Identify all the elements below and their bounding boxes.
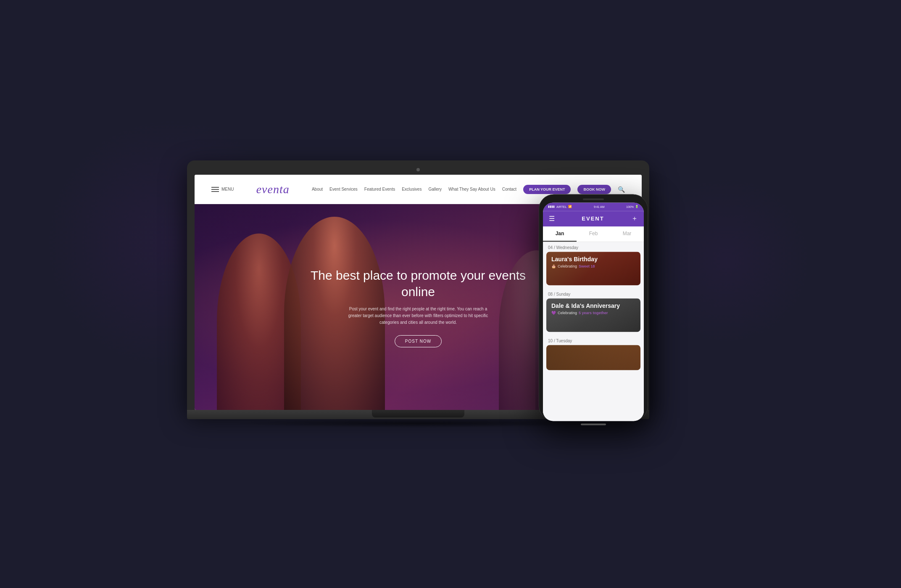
date-label-1: 04 / Wednesday [543, 242, 644, 252]
book-now-button[interactable]: BOOK NOW [577, 185, 611, 194]
search-icon[interactable]: 🔍 [618, 186, 625, 193]
post-now-button[interactable]: POST NOW [395, 335, 442, 347]
carrier-name: AIRTEL [556, 205, 566, 208]
event-sub-1: 🎂 Celebrating Sweet 18 [551, 264, 635, 268]
status-left: ▮▮▮▮ AIRTEL 📶 [548, 205, 572, 208]
phone-speaker [583, 198, 604, 200]
app-menu-icon[interactable]: ☰ [549, 215, 555, 223]
anniversary-icon: 💜 [551, 311, 556, 315]
phone-screen: ▮▮▮▮ AIRTEL 📶 9:41 AM 100% 🔋 ☰ EVENT ＋ J… [543, 202, 644, 421]
date-label-2: 08 / Sunday [543, 289, 644, 298]
event-title-2: Dale & Ida's Anniversary [551, 302, 635, 309]
nav-featured-events[interactable]: Featured Events [364, 187, 395, 192]
scene: MENU eventa About Event Services Feature… [0, 0, 901, 588]
menu-left: MENU [211, 187, 234, 192]
battery-level: 100% [626, 205, 634, 208]
carrier-signal-icon: ▮▮▮▮ [548, 205, 555, 208]
event-highlight-1: Sweet 18 [579, 264, 595, 268]
menu-label: MENU [221, 187, 234, 192]
bg-glow-right [643, 176, 811, 344]
hero-subtitle: Post your event and find the right peopl… [342, 306, 494, 326]
status-right: 100% 🔋 [626, 205, 639, 208]
event-sub-2: 💜 Celebrating 5 years together [551, 311, 635, 315]
plan-event-button[interactable]: PLAN YOUR EVENT [523, 185, 571, 194]
event-highlight-2: 5 years together [579, 311, 608, 315]
tab-feb[interactable]: Feb [577, 226, 610, 242]
event-title-1: Laura's Birthday [551, 256, 635, 262]
tab-mar[interactable]: Mar [610, 226, 644, 242]
hero-title: The best place to promote your events on… [309, 267, 527, 300]
nav-contact[interactable]: Contact [502, 187, 516, 192]
nav-what-they-say[interactable]: What They Say About Us [448, 187, 495, 192]
app-header: ☰ EVENT ＋ [543, 211, 644, 226]
event-card-3[interactable] [546, 345, 640, 370]
event-content-1: Laura's Birthday 🎂 Celebrating Sweet 18 [546, 252, 640, 273]
site-logo[interactable]: eventa [256, 183, 290, 196]
add-event-icon[interactable]: ＋ [631, 214, 638, 223]
event-subtitle-2: Celebrating [558, 311, 577, 315]
event-subtitle-1: Celebrating [558, 264, 577, 268]
battery-icon: 🔋 [635, 205, 639, 208]
tab-jan[interactable]: Jan [543, 226, 577, 242]
event-card-anniversary[interactable]: Dale & Ida's Anniversary 💜 Celebrating 5… [546, 298, 640, 332]
laptop-stand [372, 410, 464, 417]
event-content-2: Dale & Ida's Anniversary 💜 Celebrating 5… [546, 298, 640, 319]
laptop-camera [416, 168, 420, 171]
nav-about[interactable]: About [312, 187, 323, 192]
site-nav: About Event Services Featured Events Exc… [312, 185, 625, 194]
hamburger-icon[interactable] [211, 187, 219, 192]
date-label-3: 10 / Tuesday [543, 335, 644, 345]
wifi-icon: 📶 [568, 205, 572, 208]
birthday-icon: 🎂 [551, 264, 556, 268]
event-overlay-3 [546, 345, 640, 370]
home-indicator[interactable] [581, 423, 606, 425]
nav-event-services[interactable]: Event Services [329, 187, 358, 192]
hero-content: The best place to promote your events on… [309, 267, 527, 347]
event-card-birthday[interactable]: Laura's Birthday 🎂 Celebrating Sweet 18 [546, 252, 640, 285]
nav-exclusives[interactable]: Exclusives [402, 187, 422, 192]
phone: ▮▮▮▮ AIRTEL 📶 9:41 AM 100% 🔋 ☰ EVENT ＋ J… [539, 194, 648, 421]
app-title: EVENT [582, 215, 604, 222]
month-tabs: Jan Feb Mar [543, 226, 644, 242]
status-bar: ▮▮▮▮ AIRTEL 📶 9:41 AM 100% 🔋 [543, 202, 644, 211]
nav-gallery[interactable]: Gallery [428, 187, 442, 192]
events-list: 04 / Wednesday Laura's Birthday 🎂 Celebr… [543, 242, 644, 421]
status-time: 9:41 AM [594, 205, 605, 208]
